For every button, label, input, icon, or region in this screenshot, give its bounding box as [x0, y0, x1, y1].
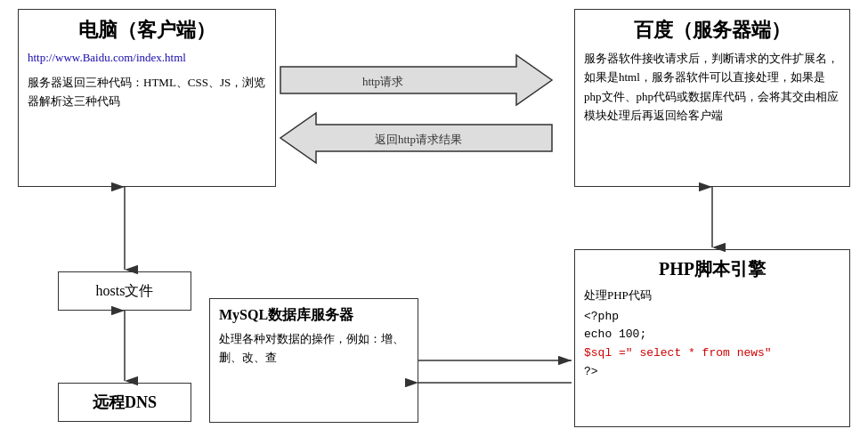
hosts-box: hosts文件 [58, 271, 191, 311]
mysql-box: MySQL数据库服务器 处理各种对数据的操作，例如：增、删、改、查 [209, 298, 418, 423]
computer-box: 电脑（客户端） http://www.Baidu.com/index.html … [18, 9, 276, 187]
php-desc: 处理PHP代码 [584, 287, 840, 304]
php-box: PHP脚本引擎 处理PHP代码 <?php echo 100; $sql =" … [574, 249, 850, 427]
diagram: 电脑（客户端） http://www.Baidu.com/index.html … [0, 0, 868, 445]
dns-box: 远程DNS [58, 383, 191, 422]
php-code-line3: $sql =" select * from news" [584, 344, 840, 363]
php-code-line1: <?php [584, 308, 840, 327]
http-response-label: 返回http请求结果 [375, 133, 462, 146]
http-request-label: http请求 [362, 75, 403, 88]
svg-marker-6 [280, 55, 552, 105]
mysql-desc: 处理各种对数据的操作，例如：增、删、改、查 [219, 330, 409, 368]
computer-title: 电脑（客户端） [28, 17, 266, 44]
computer-desc: 服务器返回三种代码：HTML、CSS、JS，浏览器解析这三种代码 [28, 74, 266, 111]
php-code-line2: echo 100; [584, 326, 840, 344]
hosts-label: hosts文件 [96, 282, 154, 301]
php-code-line4: ?> [584, 363, 840, 382]
mysql-title: MySQL数据库服务器 [219, 306, 409, 325]
computer-url: http://www.Baidu.com/index.html [28, 51, 266, 65]
http-response-arrow: 返回http请求结果 [280, 113, 552, 163]
server-box: 百度（服务器端） 服务器软件接收请求后，判断请求的文件扩展名，如果是html，服… [574, 9, 850, 187]
php-title: PHP脚本引擎 [584, 257, 840, 281]
dns-label: 远程DNS [93, 392, 157, 413]
svg-marker-7 [280, 113, 552, 163]
server-desc: 服务器软件接收请求后，判断请求的文件扩展名，如果是html，服务器软件可以直接处… [584, 49, 840, 125]
php-code: <?php echo 100; $sql =" select * from ne… [584, 308, 840, 382]
server-title: 百度（服务器端） [584, 17, 840, 44]
http-request-arrow: http请求 [280, 55, 552, 105]
